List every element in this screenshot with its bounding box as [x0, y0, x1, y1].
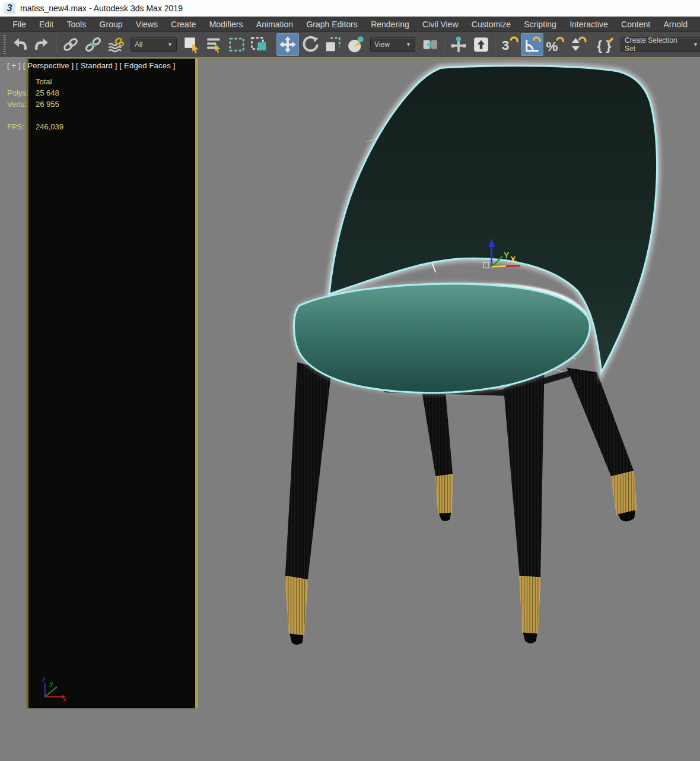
bind-to-space-warp-button[interactable] — [104, 33, 127, 56]
select-and-place-button[interactable] — [344, 33, 367, 56]
active-viewport-left-border — [26, 59, 28, 708]
menu-create[interactable]: Create — [164, 17, 202, 31]
menu-interactive[interactable]: Interactive — [563, 17, 615, 31]
stats-polys-label: Polys: — [7, 87, 36, 99]
menu-views[interactable]: Views — [129, 17, 164, 31]
svg-text:%: % — [546, 39, 558, 54]
select-and-uniform-scale-button[interactable] — [322, 33, 344, 56]
window-title: matiss_new4.max - Autodesk 3ds Max 2019 — [20, 4, 183, 13]
unlink-icon — [85, 36, 101, 53]
stats-verts-label: Verts: — [7, 99, 36, 110]
select-object-icon — [183, 36, 200, 53]
world-axis-y-label: y — [50, 680, 53, 687]
keyboard-shortcut-override-button[interactable] — [470, 33, 492, 56]
selection-filter-dropdown[interactable]: All ▼ — [131, 37, 177, 52]
menu-scripting[interactable]: Scripting — [517, 17, 563, 31]
redo-icon — [34, 37, 50, 52]
menu-tools[interactable]: Tools — [60, 17, 93, 31]
place-icon — [346, 36, 364, 53]
menu-customize[interactable]: Customize — [465, 17, 517, 31]
reference-coordinate-system-dropdown[interactable]: View ▼ — [370, 37, 415, 52]
toolbar-separator — [273, 36, 274, 53]
keyboard-override-icon — [472, 36, 490, 53]
menu-rendering[interactable]: Rendering — [364, 17, 416, 31]
selection-filter-value: All — [135, 40, 142, 49]
angle-snap-toggle-button[interactable] — [521, 33, 543, 56]
undo-icon — [12, 37, 27, 52]
gizmo-y-label: Y — [504, 251, 510, 260]
menu-file[interactable]: File — [6, 17, 33, 31]
menu-modifiers[interactable]: Modifiers — [202, 17, 249, 31]
select-by-name-button[interactable] — [203, 33, 225, 56]
select-and-manipulate-button[interactable] — [447, 33, 470, 56]
toolbar-separator — [444, 36, 445, 53]
pivot-center-icon — [421, 36, 439, 53]
scale-icon — [324, 36, 342, 53]
stats-fps-label: FPS: — [7, 121, 36, 132]
left-viewport-panel[interactable] — [28, 59, 195, 708]
edit-named-selection-sets-button[interactable]: { } — [594, 33, 617, 56]
menu-arnold[interactable]: Arnold — [657, 17, 694, 31]
unlink-selection-button[interactable] — [82, 33, 104, 56]
toolbar-separator — [495, 36, 496, 53]
rectangular-region-icon — [228, 36, 246, 53]
gizmo-x-label: X — [510, 255, 516, 264]
viewport-area[interactable]: Y X z y x [ + ] [ Perspective ] [ Standa… — [0, 57, 700, 761]
chevron-down-icon: ▼ — [406, 42, 411, 47]
viewport-statistics: Total Polys: 25 648 Verts: 26 955 FPS: 2… — [7, 76, 63, 132]
menu-content[interactable]: Content — [615, 17, 657, 31]
percent-snap-toggle-button[interactable]: % — [543, 33, 566, 56]
main-toolbar: All ▼ — [0, 32, 700, 57]
menu-group[interactable]: Group — [93, 17, 129, 31]
bind-space-warp-icon — [107, 36, 124, 53]
3ds-max-window: 3 matiss_new4.max - Autodesk 3ds Max 201… — [0, 0, 700, 761]
stats-fps-value: 246,039 — [36, 121, 63, 132]
create-selection-set-value: Create Selection Set — [625, 36, 688, 53]
menu-graph-editors[interactable]: Graph Editors — [300, 17, 364, 31]
viewport-label[interactable]: [ + ] [ Perspective ] [ Standard ] [ Edg… — [7, 61, 176, 70]
viewport-divider[interactable] — [195, 59, 198, 708]
redo-button[interactable] — [31, 33, 53, 56]
use-pivot-point-center-button[interactable] — [419, 33, 441, 56]
chevron-down-icon: ▼ — [167, 42, 173, 47]
chevron-down-icon: ▼ — [693, 42, 698, 47]
snaps-toggle-3d-button[interactable]: 3 — [498, 33, 521, 56]
select-and-move-button[interactable] — [276, 33, 299, 56]
toolbar-drag-handle[interactable] — [4, 35, 6, 54]
active-viewport-top-border — [26, 57, 674, 59]
snaps-3d-icon: 3 — [500, 35, 519, 54]
stats-polys-value: 25 648 — [36, 87, 59, 99]
angle-snap-icon — [523, 35, 542, 54]
menu-edit[interactable]: Edit — [33, 17, 60, 31]
rotate-icon — [301, 36, 319, 53]
window-crossing-icon — [250, 36, 268, 53]
spinner-snap-icon — [568, 35, 587, 54]
window-crossing-toggle-button[interactable] — [248, 33, 271, 56]
toolbar-separator — [591, 36, 592, 53]
link-icon — [62, 36, 79, 53]
undo-button[interactable] — [8, 33, 31, 56]
select-by-name-icon — [206, 36, 222, 53]
toolbar-separator — [56, 36, 57, 53]
svg-text:{ }: { } — [597, 37, 611, 53]
move-icon — [279, 36, 297, 53]
world-axis-x-label: x — [63, 696, 66, 703]
coord-system-value: View — [374, 40, 390, 49]
world-axis-z-label: z — [42, 676, 46, 683]
select-and-link-button[interactable] — [59, 33, 82, 56]
percent-snap-icon: % — [545, 35, 564, 54]
perspective-viewport[interactable]: Y X z y x — [0, 57, 700, 761]
spinner-snap-toggle-button[interactable] — [566, 33, 588, 56]
select-object-button[interactable] — [180, 33, 203, 56]
select-and-rotate-button[interactable] — [299, 33, 322, 56]
create-selection-set-dropdown[interactable]: Create Selection Set ▼ — [621, 37, 700, 52]
named-selection-sets-icon: { } — [596, 35, 615, 54]
svg-text:3: 3 — [502, 37, 510, 53]
menu-animation[interactable]: Animation — [250, 17, 300, 31]
manipulate-icon — [450, 36, 467, 53]
3ds-max-logo-icon: 3 — [4, 2, 15, 14]
stats-total-header: Total — [36, 76, 63, 87]
menu-civil-view[interactable]: Civil View — [416, 17, 465, 31]
rectangular-selection-region-button[interactable] — [225, 33, 248, 56]
window-titlebar: 3 matiss_new4.max - Autodesk 3ds Max 201… — [0, 0, 700, 17]
